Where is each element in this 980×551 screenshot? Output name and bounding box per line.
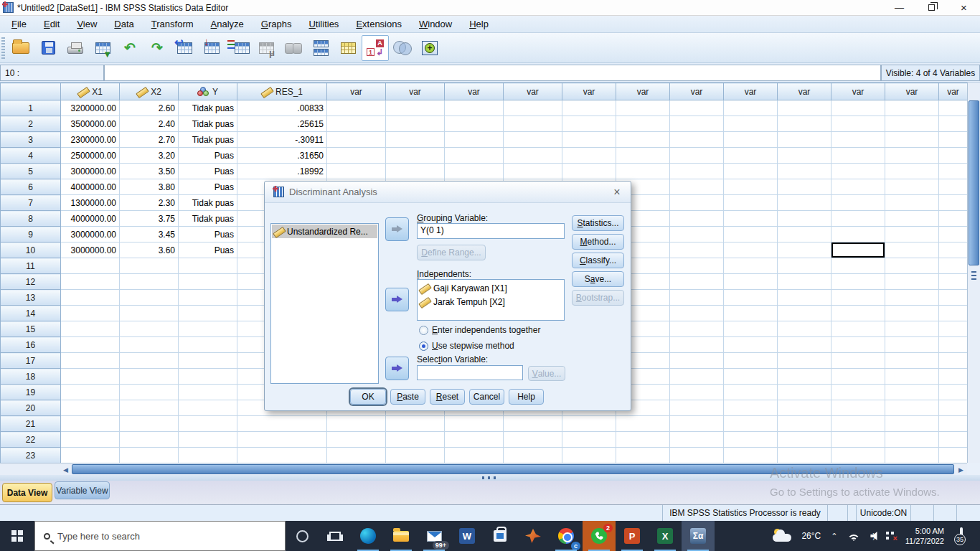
row-header[interactable]: 10 xyxy=(1,242,61,258)
empty-cell[interactable] xyxy=(778,321,831,337)
spss-icon[interactable]: Σα xyxy=(682,521,715,551)
empty-cell[interactable] xyxy=(504,448,562,463)
empty-cell[interactable] xyxy=(939,132,968,148)
menu-data[interactable]: Data xyxy=(105,17,142,32)
statistics-button[interactable]: Statistics... xyxy=(572,215,624,231)
volume-icon[interactable]: ) xyxy=(870,532,875,540)
cell-x2[interactable]: 3.20 xyxy=(120,148,179,164)
empty-cell[interactable] xyxy=(445,100,504,116)
cell-x2[interactable]: 2.60 xyxy=(120,100,179,116)
scroll-right-arrow[interactable]: ▶ xyxy=(956,465,966,474)
empty-cell[interactable] xyxy=(670,132,724,148)
source-variable-list[interactable]: Unstandardized Re... xyxy=(270,223,379,384)
cell-x1[interactable]: 3000000.00 xyxy=(61,242,120,258)
empty-cell[interactable] xyxy=(831,116,885,132)
column-header-var[interactable]: var xyxy=(670,83,724,100)
save-icon[interactable] xyxy=(34,35,62,61)
row-header[interactable]: 3 xyxy=(1,132,61,148)
empty-cell[interactable] xyxy=(445,416,504,432)
empty-cell[interactable] xyxy=(885,211,939,227)
empty-cell[interactable] xyxy=(939,227,968,242)
empty-cell[interactable] xyxy=(939,148,968,164)
empty-cell[interactable] xyxy=(724,369,778,385)
column-header-y[interactable]: Y xyxy=(179,83,237,100)
cell-x1[interactable] xyxy=(61,385,120,400)
empty-cell[interactable] xyxy=(670,100,724,116)
empty-cell[interactable] xyxy=(386,164,445,179)
cell-x1[interactable] xyxy=(61,432,120,448)
empty-cell[interactable] xyxy=(386,148,445,164)
cell-y[interactable] xyxy=(179,432,237,448)
undo-icon[interactable]: ↶ xyxy=(116,35,143,61)
empty-cell[interactable] xyxy=(562,132,616,148)
ok-button[interactable]: OK xyxy=(350,389,386,405)
independents-list-item[interactable]: Jarak Tempuh [X2] xyxy=(419,295,562,309)
empty-cell[interactable] xyxy=(562,416,616,432)
empty-cell[interactable] xyxy=(504,148,562,164)
empty-cell[interactable] xyxy=(562,116,616,132)
empty-cell[interactable] xyxy=(831,290,885,306)
empty-cell[interactable] xyxy=(939,274,968,290)
empty-cell[interactable] xyxy=(504,116,562,132)
empty-cell[interactable] xyxy=(327,100,386,116)
cell-x1[interactable] xyxy=(61,274,120,290)
empty-cell[interactable] xyxy=(939,321,968,337)
empty-cell[interactable] xyxy=(724,385,778,400)
empty-cell[interactable] xyxy=(885,242,939,258)
empty-cell[interactable] xyxy=(616,132,670,148)
vertical-scrollbar[interactable] xyxy=(967,83,980,463)
wifi-icon[interactable] xyxy=(847,532,860,541)
close-button[interactable]: × xyxy=(948,0,980,15)
empty-cell[interactable] xyxy=(939,416,968,432)
cell-x1[interactable]: 3500000.00 xyxy=(61,116,120,132)
cancel-button[interactable]: Cancel xyxy=(469,389,504,405)
value-labels-icon[interactable]: 1A↲ xyxy=(362,35,389,61)
empty-cell[interactable] xyxy=(670,116,724,132)
empty-cell[interactable] xyxy=(616,416,670,432)
empty-cell[interactable] xyxy=(778,148,831,164)
column-header-var[interactable]: var xyxy=(327,83,386,100)
empty-cell[interactable] xyxy=(386,100,445,116)
matlab-icon[interactable] xyxy=(517,521,550,551)
save-button[interactable]: Save... xyxy=(572,271,624,287)
value-button[interactable]: Value... xyxy=(528,366,565,381)
empty-cell[interactable] xyxy=(778,164,831,179)
cell-x2[interactable] xyxy=(120,353,179,369)
row-header[interactable]: 8 xyxy=(1,211,61,227)
row-header[interactable]: 18 xyxy=(1,369,61,385)
empty-cell[interactable] xyxy=(939,432,968,448)
cell-y[interactable] xyxy=(179,400,237,416)
empty-cell[interactable] xyxy=(724,148,778,164)
independents-list-item[interactable]: Gaji Karyawan [X1] xyxy=(419,281,562,295)
empty-cell[interactable] xyxy=(939,353,968,369)
empty-cell[interactable] xyxy=(778,258,831,274)
empty-cell[interactable] xyxy=(831,306,885,321)
empty-cell[interactable] xyxy=(327,432,386,448)
cell-y[interactable]: Tidak puas xyxy=(179,195,237,211)
bootstrap-button[interactable]: Bootstrap... xyxy=(572,290,624,306)
cell-y[interactable] xyxy=(179,448,237,463)
empty-cell[interactable] xyxy=(885,369,939,385)
cell-y[interactable] xyxy=(179,416,237,432)
minimize-button[interactable]: — xyxy=(883,0,915,15)
task-view-button[interactable] xyxy=(319,521,352,551)
column-header-var[interactable]: var xyxy=(724,83,778,100)
open-data-icon[interactable] xyxy=(7,35,34,61)
empty-cell[interactable] xyxy=(724,258,778,274)
file-explorer-icon[interactable] xyxy=(385,521,418,551)
goto-variable-icon[interactable]: ↓ xyxy=(198,35,225,61)
cell-y[interactable] xyxy=(179,385,237,400)
cell-x2[interactable] xyxy=(120,432,179,448)
empty-cell[interactable] xyxy=(831,195,885,211)
column-header-var[interactable]: var xyxy=(616,83,670,100)
cell-res1[interactable]: -.30911 xyxy=(237,132,327,148)
variables-icon[interactable] xyxy=(225,35,253,61)
column-header-res_1[interactable]: RES_1 xyxy=(237,83,327,100)
row-header[interactable]: 17 xyxy=(1,353,61,369)
empty-cell[interactable] xyxy=(724,211,778,227)
help-button[interactable]: Help xyxy=(509,389,544,405)
store-icon[interactable] xyxy=(484,521,517,551)
empty-cell[interactable] xyxy=(562,148,616,164)
empty-cell[interactable] xyxy=(724,242,778,258)
empty-cell[interactable] xyxy=(831,321,885,337)
